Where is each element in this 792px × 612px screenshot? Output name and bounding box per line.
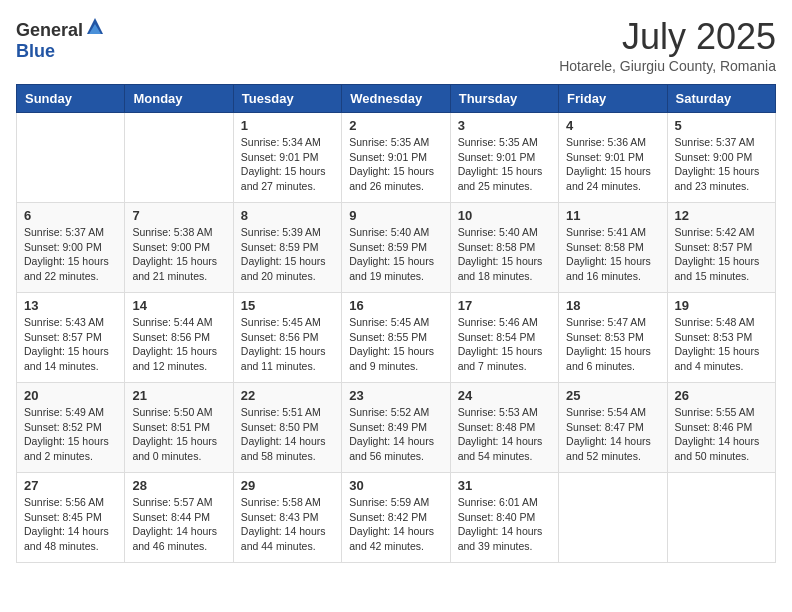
calendar-cell: 7Sunrise: 5:38 AM Sunset: 9:00 PM Daylig…: [125, 203, 233, 293]
day-info: Sunrise: 5:47 AM Sunset: 8:53 PM Dayligh…: [566, 315, 659, 374]
day-info: Sunrise: 5:45 AM Sunset: 8:55 PM Dayligh…: [349, 315, 442, 374]
weekday-header-saturday: Saturday: [667, 85, 775, 113]
calendar-cell: 30Sunrise: 5:59 AM Sunset: 8:42 PM Dayli…: [342, 473, 450, 563]
day-number: 4: [566, 118, 659, 133]
weekday-header-monday: Monday: [125, 85, 233, 113]
day-info: Sunrise: 5:58 AM Sunset: 8:43 PM Dayligh…: [241, 495, 334, 554]
day-info: Sunrise: 5:57 AM Sunset: 8:44 PM Dayligh…: [132, 495, 225, 554]
calendar-cell: 1Sunrise: 5:34 AM Sunset: 9:01 PM Daylig…: [233, 113, 341, 203]
calendar-cell: 6Sunrise: 5:37 AM Sunset: 9:00 PM Daylig…: [17, 203, 125, 293]
day-number: 15: [241, 298, 334, 313]
page-header: General Blue July 2025 Hotarele, Giurgiu…: [16, 16, 776, 74]
calendar-cell: [559, 473, 667, 563]
calendar-week-4: 27Sunrise: 5:56 AM Sunset: 8:45 PM Dayli…: [17, 473, 776, 563]
day-info: Sunrise: 5:49 AM Sunset: 8:52 PM Dayligh…: [24, 405, 117, 464]
calendar-body: 1Sunrise: 5:34 AM Sunset: 9:01 PM Daylig…: [17, 113, 776, 563]
day-number: 19: [675, 298, 768, 313]
day-number: 3: [458, 118, 551, 133]
day-info: Sunrise: 5:43 AM Sunset: 8:57 PM Dayligh…: [24, 315, 117, 374]
title-area: July 2025 Hotarele, Giurgiu County, Roma…: [559, 16, 776, 74]
location-title: Hotarele, Giurgiu County, Romania: [559, 58, 776, 74]
day-info: Sunrise: 5:40 AM Sunset: 8:58 PM Dayligh…: [458, 225, 551, 284]
logo-blue: Blue: [16, 41, 55, 61]
calendar-cell: [17, 113, 125, 203]
calendar-cell: 22Sunrise: 5:51 AM Sunset: 8:50 PM Dayli…: [233, 383, 341, 473]
day-number: 7: [132, 208, 225, 223]
calendar-week-2: 13Sunrise: 5:43 AM Sunset: 8:57 PM Dayli…: [17, 293, 776, 383]
calendar-cell: 20Sunrise: 5:49 AM Sunset: 8:52 PM Dayli…: [17, 383, 125, 473]
calendar-cell: 18Sunrise: 5:47 AM Sunset: 8:53 PM Dayli…: [559, 293, 667, 383]
calendar-cell: 16Sunrise: 5:45 AM Sunset: 8:55 PM Dayli…: [342, 293, 450, 383]
calendar-cell: [125, 113, 233, 203]
day-info: Sunrise: 5:42 AM Sunset: 8:57 PM Dayligh…: [675, 225, 768, 284]
day-number: 31: [458, 478, 551, 493]
day-number: 24: [458, 388, 551, 403]
calendar-cell: 14Sunrise: 5:44 AM Sunset: 8:56 PM Dayli…: [125, 293, 233, 383]
day-info: Sunrise: 5:46 AM Sunset: 8:54 PM Dayligh…: [458, 315, 551, 374]
weekday-header-thursday: Thursday: [450, 85, 558, 113]
calendar-cell: 25Sunrise: 5:54 AM Sunset: 8:47 PM Dayli…: [559, 383, 667, 473]
calendar-cell: 29Sunrise: 5:58 AM Sunset: 8:43 PM Dayli…: [233, 473, 341, 563]
calendar-cell: 8Sunrise: 5:39 AM Sunset: 8:59 PM Daylig…: [233, 203, 341, 293]
calendar-cell: 12Sunrise: 5:42 AM Sunset: 8:57 PM Dayli…: [667, 203, 775, 293]
weekday-header-wednesday: Wednesday: [342, 85, 450, 113]
day-info: Sunrise: 5:37 AM Sunset: 9:00 PM Dayligh…: [24, 225, 117, 284]
day-number: 6: [24, 208, 117, 223]
day-number: 10: [458, 208, 551, 223]
day-info: Sunrise: 5:36 AM Sunset: 9:01 PM Dayligh…: [566, 135, 659, 194]
day-number: 14: [132, 298, 225, 313]
calendar-week-0: 1Sunrise: 5:34 AM Sunset: 9:01 PM Daylig…: [17, 113, 776, 203]
month-title: July 2025: [559, 16, 776, 58]
day-info: Sunrise: 5:53 AM Sunset: 8:48 PM Dayligh…: [458, 405, 551, 464]
calendar-cell: 4Sunrise: 5:36 AM Sunset: 9:01 PM Daylig…: [559, 113, 667, 203]
day-info: Sunrise: 5:41 AM Sunset: 8:58 PM Dayligh…: [566, 225, 659, 284]
day-number: 29: [241, 478, 334, 493]
day-number: 5: [675, 118, 768, 133]
day-info: Sunrise: 5:35 AM Sunset: 9:01 PM Dayligh…: [349, 135, 442, 194]
day-info: Sunrise: 5:50 AM Sunset: 8:51 PM Dayligh…: [132, 405, 225, 464]
logo-general: General: [16, 20, 83, 40]
day-number: 13: [24, 298, 117, 313]
calendar-cell: 2Sunrise: 5:35 AM Sunset: 9:01 PM Daylig…: [342, 113, 450, 203]
day-info: Sunrise: 5:45 AM Sunset: 8:56 PM Dayligh…: [241, 315, 334, 374]
day-info: Sunrise: 5:59 AM Sunset: 8:42 PM Dayligh…: [349, 495, 442, 554]
day-number: 25: [566, 388, 659, 403]
logo: General Blue: [16, 16, 105, 62]
calendar-cell: 9Sunrise: 5:40 AM Sunset: 8:59 PM Daylig…: [342, 203, 450, 293]
day-info: Sunrise: 5:40 AM Sunset: 8:59 PM Dayligh…: [349, 225, 442, 284]
day-info: Sunrise: 5:35 AM Sunset: 9:01 PM Dayligh…: [458, 135, 551, 194]
day-number: 28: [132, 478, 225, 493]
calendar-week-3: 20Sunrise: 5:49 AM Sunset: 8:52 PM Dayli…: [17, 383, 776, 473]
calendar-cell: 17Sunrise: 5:46 AM Sunset: 8:54 PM Dayli…: [450, 293, 558, 383]
day-number: 9: [349, 208, 442, 223]
day-info: Sunrise: 6:01 AM Sunset: 8:40 PM Dayligh…: [458, 495, 551, 554]
calendar-cell: 23Sunrise: 5:52 AM Sunset: 8:49 PM Dayli…: [342, 383, 450, 473]
day-number: 20: [24, 388, 117, 403]
calendar-cell: 21Sunrise: 5:50 AM Sunset: 8:51 PM Dayli…: [125, 383, 233, 473]
calendar-table: SundayMondayTuesdayWednesdayThursdayFrid…: [16, 84, 776, 563]
day-number: 27: [24, 478, 117, 493]
day-info: Sunrise: 5:52 AM Sunset: 8:49 PM Dayligh…: [349, 405, 442, 464]
day-info: Sunrise: 5:39 AM Sunset: 8:59 PM Dayligh…: [241, 225, 334, 284]
day-number: 16: [349, 298, 442, 313]
calendar-cell: 13Sunrise: 5:43 AM Sunset: 8:57 PM Dayli…: [17, 293, 125, 383]
weekday-header-tuesday: Tuesday: [233, 85, 341, 113]
calendar-cell: 28Sunrise: 5:57 AM Sunset: 8:44 PM Dayli…: [125, 473, 233, 563]
calendar-cell: 24Sunrise: 5:53 AM Sunset: 8:48 PM Dayli…: [450, 383, 558, 473]
calendar-cell: 11Sunrise: 5:41 AM Sunset: 8:58 PM Dayli…: [559, 203, 667, 293]
day-info: Sunrise: 5:38 AM Sunset: 9:00 PM Dayligh…: [132, 225, 225, 284]
day-number: 12: [675, 208, 768, 223]
day-info: Sunrise: 5:48 AM Sunset: 8:53 PM Dayligh…: [675, 315, 768, 374]
day-info: Sunrise: 5:55 AM Sunset: 8:46 PM Dayligh…: [675, 405, 768, 464]
day-number: 11: [566, 208, 659, 223]
calendar-cell: 27Sunrise: 5:56 AM Sunset: 8:45 PM Dayli…: [17, 473, 125, 563]
calendar-header: SundayMondayTuesdayWednesdayThursdayFrid…: [17, 85, 776, 113]
day-info: Sunrise: 5:37 AM Sunset: 9:00 PM Dayligh…: [675, 135, 768, 194]
calendar-cell: 3Sunrise: 5:35 AM Sunset: 9:01 PM Daylig…: [450, 113, 558, 203]
logo-icon: [85, 16, 105, 36]
day-number: 18: [566, 298, 659, 313]
day-info: Sunrise: 5:56 AM Sunset: 8:45 PM Dayligh…: [24, 495, 117, 554]
calendar-cell: 15Sunrise: 5:45 AM Sunset: 8:56 PM Dayli…: [233, 293, 341, 383]
calendar-week-1: 6Sunrise: 5:37 AM Sunset: 9:00 PM Daylig…: [17, 203, 776, 293]
calendar-cell: 5Sunrise: 5:37 AM Sunset: 9:00 PM Daylig…: [667, 113, 775, 203]
